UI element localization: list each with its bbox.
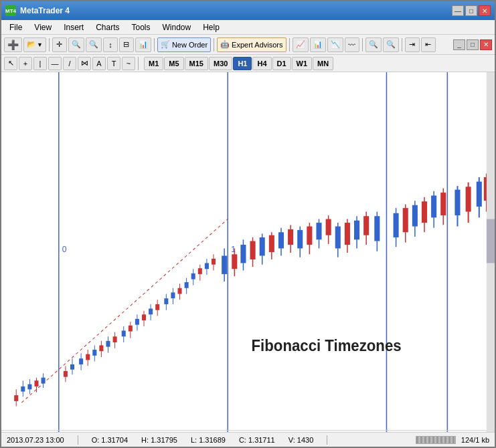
tf-H4[interactable]: H4 xyxy=(252,57,271,70)
period-btn[interactable]: 📊 xyxy=(135,37,151,52)
svg-rect-12 xyxy=(21,386,25,392)
svg-rect-60 xyxy=(149,309,153,315)
svg-rect-63 xyxy=(155,304,159,310)
new-chart-btn[interactable]: ➕ xyxy=(4,37,22,52)
svg-rect-156 xyxy=(440,193,446,215)
open-btn[interactable]: 📂 ▼ xyxy=(23,37,46,52)
text-tool-A[interactable]: A xyxy=(92,57,106,70)
status-info: 124/1 kb xyxy=(461,436,489,444)
status-open: O: 1.31704 xyxy=(92,436,128,444)
crosshair-btn[interactable]: ✛ xyxy=(52,37,67,52)
status-close: C: 1.31711 xyxy=(239,436,275,444)
svg-rect-135 xyxy=(363,216,369,235)
inner-maximize-btn[interactable]: □ xyxy=(467,39,479,50)
svg-rect-129 xyxy=(345,223,350,245)
horizontal-line-tool[interactable]: — xyxy=(48,57,62,70)
menu-tools[interactable]: Tools xyxy=(127,21,156,33)
menu-view[interactable]: View xyxy=(29,21,57,33)
tf-MN[interactable]: MN xyxy=(313,57,333,70)
tf-D1[interactable]: D1 xyxy=(272,57,291,70)
vertical-line-tool[interactable]: | xyxy=(33,57,47,70)
expert-advisors-btn[interactable]: 🤖 Expert Advisors xyxy=(217,37,286,52)
chart-type-line[interactable]: 〰 xyxy=(345,37,359,52)
svg-rect-87 xyxy=(212,259,216,265)
menu-bar: File View Insert Charts Tools Window Hel… xyxy=(1,20,495,35)
svg-rect-105 xyxy=(269,235,274,252)
zoom-in-btn[interactable]: 🔍 xyxy=(68,37,84,52)
window-title: MetaTrader 4 xyxy=(20,6,70,15)
fixed-scale-btn[interactable]: ⇤ xyxy=(421,37,436,52)
chart-scroll-btn[interactable]: ⊟ xyxy=(119,37,134,52)
maximize-button[interactable]: □ xyxy=(465,5,477,16)
chart-type-bar[interactable]: 📊 xyxy=(310,37,326,52)
toolbar-sep-1 xyxy=(49,38,50,51)
svg-rect-42 xyxy=(106,341,110,347)
menu-window[interactable]: Window xyxy=(157,21,197,33)
menu-file[interactable]: File xyxy=(4,21,27,33)
svg-rect-39 xyxy=(99,345,103,351)
menu-help[interactable]: Help xyxy=(197,21,225,33)
svg-rect-90 xyxy=(222,255,227,273)
svg-rect-159 xyxy=(454,190,460,215)
tf-H1[interactable]: H1 xyxy=(233,57,252,70)
svg-rect-9 xyxy=(14,395,18,401)
title-bar-left: MT4 MetaTrader 4 xyxy=(5,5,70,16)
scroll-btn[interactable]: ↕ xyxy=(103,37,118,52)
drawing-toolbar: ↖ + | — / ⋈ A T ~ M1 M5 M15 M30 H1 H4 D1… xyxy=(1,55,495,72)
toolbar-sep-4 xyxy=(289,38,290,51)
close-button[interactable]: ✕ xyxy=(479,5,491,16)
ea-icon: 🤖 xyxy=(220,40,230,49)
chart-area[interactable]: 0 1 xyxy=(1,72,495,432)
app-icon: MT4 xyxy=(5,5,16,16)
zoom-in2-btn[interactable]: 🔍 xyxy=(383,37,399,52)
tf-M1[interactable]: M1 xyxy=(144,57,163,70)
new-order-btn[interactable]: 🛒 New Order xyxy=(157,37,211,52)
status-div-2 xyxy=(327,435,327,445)
svg-rect-123 xyxy=(326,219,331,235)
svg-rect-108 xyxy=(278,232,284,248)
tf-W1[interactable]: W1 xyxy=(292,57,313,70)
cursor-tool[interactable]: ↖ xyxy=(4,57,17,70)
zoom-reset-btn[interactable]: 🔍 xyxy=(365,37,382,52)
svg-rect-48 xyxy=(122,330,126,336)
chart-svg: 0 1 xyxy=(1,72,495,432)
tf-M5[interactable]: M5 xyxy=(164,57,183,70)
svg-rect-117 xyxy=(307,227,312,245)
tf-M15[interactable]: M15 xyxy=(185,57,208,70)
menu-charts[interactable]: Charts xyxy=(90,21,125,33)
chart-type-candle[interactable]: 📉 xyxy=(327,37,343,52)
trend-line-tool[interactable]: / xyxy=(63,57,76,70)
svg-rect-126 xyxy=(335,227,341,249)
svg-rect-81 xyxy=(198,268,202,274)
status-date: 2013.07.23 13:00 xyxy=(7,436,64,444)
inner-close-btn[interactable]: ✕ xyxy=(480,39,492,50)
svg-rect-54 xyxy=(135,319,139,325)
dropdown-icon: ▼ xyxy=(37,41,43,48)
menu-insert[interactable]: Insert xyxy=(58,21,89,33)
title-bar-controls: — □ ✕ xyxy=(452,5,491,16)
connection-indicator xyxy=(416,436,456,444)
inner-minimize-btn[interactable]: _ xyxy=(453,39,465,50)
channel-tool[interactable]: ⋈ xyxy=(78,57,91,70)
main-window: MT4 MetaTrader 4 — □ ✕ File View Insert … xyxy=(0,0,496,448)
status-volume: V: 1430 xyxy=(288,436,314,444)
text-tool-T[interactable]: T xyxy=(107,57,120,70)
autoscroll-btn[interactable]: ⇥ xyxy=(405,37,420,52)
ea-label: Expert Advisors xyxy=(232,41,282,49)
svg-rect-138 xyxy=(374,216,380,241)
svg-rect-45 xyxy=(113,336,117,342)
svg-rect-111 xyxy=(288,229,293,245)
svg-rect-96 xyxy=(240,245,246,263)
zoom-out-btn[interactable]: 🔍 xyxy=(86,37,102,52)
svg-rect-30 xyxy=(79,358,83,364)
indicator-btn[interactable]: 📈 xyxy=(293,37,309,52)
svg-rect-153 xyxy=(431,195,436,217)
crosshair-tool[interactable]: + xyxy=(19,57,32,70)
svg-rect-75 xyxy=(185,282,189,288)
status-bar: 2013.07.23 13:00 O: 1.31704 H: 1.31795 L… xyxy=(1,432,495,447)
tf-M30[interactable]: M30 xyxy=(209,57,232,70)
wave-tool[interactable]: ~ xyxy=(122,57,135,70)
toolbar-sep-5 xyxy=(362,38,363,51)
minimize-button[interactable]: — xyxy=(452,5,464,16)
svg-rect-132 xyxy=(354,221,359,240)
